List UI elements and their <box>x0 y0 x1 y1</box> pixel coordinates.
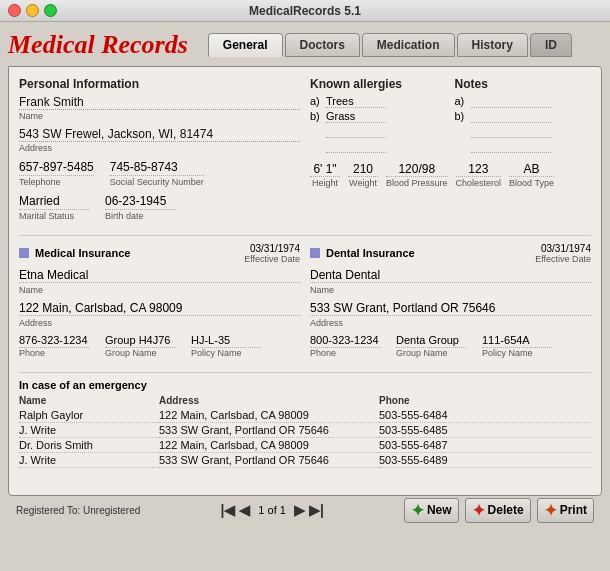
note-item-3 <box>455 125 592 138</box>
ssn-value: 745-85-8743 <box>110 160 204 176</box>
emergency-row: J. Write 533 SW Grant, Portland OR 75646… <box>19 453 591 468</box>
tab-doctors[interactable]: Doctors <box>285 33 360 57</box>
allergy-item-3 <box>310 125 447 138</box>
note-item-1: a) <box>455 95 592 108</box>
nav-last-button[interactable]: ▶| <box>309 502 324 518</box>
name-label: Name <box>19 111 300 121</box>
ssn-label: Social Security Number <box>110 177 204 187</box>
dental-effective-date: 03/31/1974 <box>541 243 591 254</box>
note-label-d <box>455 140 467 153</box>
marital-status-field: Married Marital Status <box>19 193 89 221</box>
emergency-name-3: J. Write <box>19 453 159 468</box>
notes-panel: Notes a) b) <box>455 77 592 155</box>
dental-ins-group-field: Denta Group Group Name <box>396 334 466 358</box>
height-label: Height <box>312 178 338 188</box>
medical-effective-date-label: Effective Date <box>244 254 300 264</box>
dental-ins-policy-field: 111-654A Policy Name <box>482 334 552 358</box>
emergency-address-3: 533 SW Grant, Portland OR 75646 <box>159 453 379 468</box>
medical-ins-policy-value: HJ-L-35 <box>191 334 261 348</box>
allergy-item-4 <box>310 140 447 153</box>
height-value: 6' 1" <box>310 162 340 177</box>
personal-info-title: Personal Information <box>19 77 300 91</box>
medical-ins-details-row: 876-323-1234 Phone Group H4J76 Group Nam… <box>19 334 300 358</box>
medical-insurance-icon <box>19 248 29 258</box>
personal-info-panel: Personal Information Frank Smith Name 54… <box>19 77 300 227</box>
allergy-value-b: Grass <box>326 110 386 123</box>
medical-ins-phone-field: 876-323-1234 Phone <box>19 334 89 358</box>
nav-next-button[interactable]: ▶ <box>294 502 305 518</box>
allergies-panel: Known allergies a) Trees b) Grass <box>310 77 447 155</box>
new-button-label: New <box>427 503 452 517</box>
birth-date-field: 06-23-1945 Birth date <box>105 193 175 221</box>
title-bar-text: MedicalRecords 5.1 <box>249 4 361 18</box>
new-icon: ✦ <box>411 501 424 520</box>
note-value-c <box>471 125 551 138</box>
tab-id[interactable]: ID <box>530 33 572 57</box>
dental-ins-group-label: Group Name <box>396 348 466 358</box>
delete-button[interactable]: ✦ Delete <box>465 498 531 523</box>
dental-ins-address-label: Address <box>310 318 343 328</box>
note-value-d <box>471 140 551 153</box>
maximize-button[interactable] <box>44 4 57 17</box>
window-controls[interactable] <box>8 4 57 17</box>
allergy-value-d <box>326 140 386 153</box>
dental-insurance-header: Dental Insurance 03/31/1974 Effective Da… <box>310 242 591 264</box>
print-button[interactable]: ✦ Print <box>537 498 594 523</box>
notes-title: Notes <box>455 77 592 91</box>
main-container: Medical Records General Doctors Medicati… <box>0 22 610 571</box>
tab-history[interactable]: History <box>457 33 528 57</box>
medical-ins-group-label: Group Name <box>105 348 175 358</box>
note-label-c <box>455 125 467 138</box>
note-label-a: a) <box>455 95 467 108</box>
insurance-section: Medical Insurance 03/31/1974 Effective D… <box>19 235 591 364</box>
medical-ins-group-value: Group H4J76 <box>105 334 175 348</box>
name-field: Frank Smith Name <box>19 95 300 121</box>
cholesterol-field: 123 Cholesterol <box>456 161 502 188</box>
nav-first-button[interactable]: |◀ <box>220 502 235 518</box>
emergency-row: J. Write 533 SW Grant, Portland OR 75646… <box>19 423 591 438</box>
nav-prev-button[interactable]: ◀ <box>239 502 250 518</box>
minimize-button[interactable] <box>26 4 39 17</box>
height-field: 6' 1" Height <box>310 161 340 188</box>
emergency-phone-1: 503-555-6485 <box>379 423 591 438</box>
emergency-col-address: Address <box>159 395 379 408</box>
marital-status-label: Marital Status <box>19 211 89 221</box>
blood-pressure-label: Blood Pressure <box>386 178 448 188</box>
blood-type-value: AB <box>509 162 554 177</box>
emergency-phone-3: 503-555-6489 <box>379 453 591 468</box>
allergy-item-2: b) Grass <box>310 110 447 123</box>
note-label-b: b) <box>455 110 467 123</box>
dental-effective-date-label: Effective Date <box>535 254 591 264</box>
dental-insurance-title: Dental Insurance <box>326 247 415 259</box>
dental-ins-phone-value: 800-323-1234 <box>310 334 380 348</box>
medical-ins-address-label: Address <box>19 318 52 328</box>
address-value: 543 SW Frewel, Jackson, WI, 81474 <box>19 127 300 142</box>
weight-label: Weight <box>349 178 377 188</box>
app-logo: Medical Records <box>8 30 188 60</box>
bottom-bar: Registered To: Unregistered |◀ ◀ 1 of 1 … <box>8 496 602 524</box>
tab-bar: General Doctors Medication History ID <box>208 33 572 57</box>
medical-ins-name-value: Etna Medical <box>19 268 300 283</box>
tab-general[interactable]: General <box>208 33 283 57</box>
note-item-4 <box>455 140 592 153</box>
dental-insurance-block: Dental Insurance 03/31/1974 Effective Da… <box>310 242 591 364</box>
medical-ins-phone-label: Phone <box>19 348 89 358</box>
tab-medication[interactable]: Medication <box>362 33 455 57</box>
app-header: Medical Records General Doctors Medicati… <box>8 30 602 60</box>
telephone-field: 657-897-5485 Telephone <box>19 159 94 187</box>
emergency-phone-2: 503-555-6487 <box>379 438 591 453</box>
dental-ins-phone-field: 800-323-1234 Phone <box>310 334 380 358</box>
cholesterol-label: Cholesterol <box>456 178 502 188</box>
new-button[interactable]: ✦ New <box>404 498 459 523</box>
emergency-address-1: 533 SW Grant, Portland OR 75646 <box>159 423 379 438</box>
medical-ins-phone-value: 876-323-1234 <box>19 334 89 348</box>
emergency-name-0: Ralph Gaylor <box>19 408 159 423</box>
allergies-notes-row: Known allergies a) Trees b) Grass <box>310 77 591 155</box>
name-value: Frank Smith <box>19 95 300 110</box>
emergency-name-2: Dr. Doris Smith <box>19 438 159 453</box>
close-button[interactable] <box>8 4 21 17</box>
emergency-col-name: Name <box>19 395 159 408</box>
medical-ins-name-label: Name <box>19 285 43 295</box>
address-label: Address <box>19 143 300 153</box>
medical-ins-name-field: Etna Medical Name <box>19 268 300 295</box>
